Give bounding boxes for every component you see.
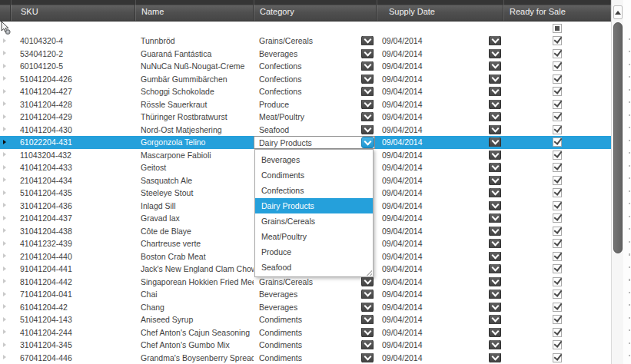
ready-checkbox[interactable] <box>553 100 562 109</box>
date-dropdown-button[interactable] <box>489 49 501 58</box>
row-expander-icon[interactable] <box>3 241 6 246</box>
category-dropdown-button[interactable] <box>361 87 374 96</box>
table-row[interactable]: 41041204-244 Chef Anton's Cajun Seasonin… <box>0 326 611 339</box>
ready-checkbox[interactable] <box>553 227 562 236</box>
date-dropdown-button[interactable] <box>489 290 501 299</box>
category-dropdown-button[interactable] <box>361 74 374 84</box>
dropdown-option[interactable]: Beverages <box>255 152 373 167</box>
row-expander-icon[interactable] <box>3 76 6 81</box>
dropdown-option[interactable]: Seafood <box>255 260 373 275</box>
row-expander-icon[interactable] <box>3 266 6 271</box>
ready-checkbox[interactable] <box>553 315 562 324</box>
date-dropdown-button[interactable] <box>489 87 501 96</box>
category-dropdown-button[interactable] <box>361 49 374 58</box>
row-expander-icon[interactable] <box>3 152 6 157</box>
dropdown-option[interactable]: Meat/Poultry <box>255 229 373 244</box>
dropdown-option[interactable]: Condiments <box>255 167 373 183</box>
row-expander-icon[interactable] <box>3 89 6 94</box>
category-dropdown-button[interactable] <box>361 125 374 134</box>
row-expander-icon[interactable] <box>3 101 6 106</box>
filter-ready-checkbox[interactable] <box>553 24 562 33</box>
row-expander-icon[interactable] <box>3 228 6 233</box>
date-dropdown-button[interactable] <box>489 151 501 160</box>
category-dropdown-button[interactable] <box>361 303 374 312</box>
ready-checkbox[interactable] <box>553 137 562 147</box>
date-dropdown-button[interactable] <box>489 252 501 261</box>
ready-checkbox[interactable] <box>553 151 562 160</box>
table-row[interactable]: 51041204-426 Gumbär Gummibärchen Confect… <box>0 73 611 86</box>
date-dropdown-button[interactable] <box>489 188 501 197</box>
ready-checkbox[interactable] <box>553 201 562 210</box>
row-expander-icon[interactable] <box>3 253 6 258</box>
table-row[interactable]: 41041204-427 Schoggi Schokolade Confecti… <box>0 85 611 98</box>
column-header-category[interactable]: Category <box>254 0 377 21</box>
row-expander-icon[interactable] <box>3 203 6 207</box>
row-expander-icon[interactable] <box>3 304 6 309</box>
column-header-name[interactable]: Name <box>135 0 254 21</box>
table-row[interactable]: 61041204-42 Chang Beverages 09/04/2014 <box>0 301 611 314</box>
table-row[interactable]: 21041204-429 Thüringer Rostbratwurst Mea… <box>0 111 611 124</box>
category-dropdown-button[interactable] <box>361 36 374 45</box>
ready-checkbox[interactable] <box>553 303 562 312</box>
popup-resize-grip[interactable] <box>366 270 372 276</box>
column-header-sku[interactable]: SKU <box>11 0 135 21</box>
table-row[interactable]: 40104320-4 Tunnbröd Grains/Cereals 09/04… <box>0 35 611 48</box>
scrollbar-thumb[interactable] <box>613 22 623 253</box>
date-dropdown-button[interactable] <box>489 264 501 273</box>
table-row[interactable]: 31041204-345 Chef Anton's Gumbo Mix Cond… <box>0 339 611 352</box>
ready-checkbox[interactable] <box>553 74 562 84</box>
row-expander-icon[interactable] <box>3 292 6 296</box>
date-dropdown-button[interactable] <box>489 315 501 324</box>
table-row[interactable]: 41041204-430 Nord-Ost Matjeshering Seafo… <box>0 124 611 137</box>
date-dropdown-button[interactable] <box>489 125 501 134</box>
ready-checkbox[interactable] <box>553 163 562 172</box>
date-dropdown-button[interactable] <box>489 74 501 84</box>
table-row[interactable]: 60104120-5 NuNuCa Nuß-Nougat-Creme Confe… <box>0 60 611 73</box>
date-dropdown-button[interactable] <box>489 201 501 210</box>
table-row[interactable]: 51041204-143 Aniseed Syrup Condiments 09… <box>0 313 611 326</box>
combobox-dropdown-button[interactable] <box>361 137 374 148</box>
date-dropdown-button[interactable] <box>489 61 501 71</box>
ready-checkbox[interactable] <box>553 239 562 248</box>
ready-checkbox[interactable] <box>553 61 562 71</box>
ready-checkbox[interactable] <box>553 277 562 286</box>
row-expander-icon[interactable] <box>3 140 6 144</box>
ready-checkbox[interactable] <box>553 252 562 261</box>
table-row[interactable]: 81041204-442 Singaporean Hokkien Fried M… <box>0 276 611 289</box>
column-header-supply-date[interactable]: Supply Date <box>377 0 503 21</box>
category-dropdown-button[interactable] <box>361 340 374 349</box>
date-dropdown-button[interactable] <box>489 227 501 236</box>
date-dropdown-button[interactable] <box>489 340 501 349</box>
date-dropdown-button[interactable] <box>489 328 501 337</box>
row-expander-icon[interactable] <box>3 216 6 220</box>
row-expander-icon[interactable] <box>3 64 6 68</box>
ready-checkbox[interactable] <box>553 49 562 58</box>
ready-checkbox[interactable] <box>553 87 562 96</box>
date-dropdown-button[interactable] <box>489 112 501 121</box>
row-expander-icon[interactable] <box>3 177 6 182</box>
date-dropdown-button[interactable] <box>489 176 501 185</box>
ready-checkbox[interactable] <box>553 125 562 134</box>
dropdown-option[interactable]: Produce <box>255 244 373 260</box>
row-expander-icon[interactable] <box>3 38 6 43</box>
ready-checkbox[interactable] <box>553 340 562 349</box>
category-combobox-editor[interactable]: Dairy Products <box>254 136 375 149</box>
row-expander-icon[interactable] <box>3 317 6 322</box>
date-dropdown-button[interactable] <box>489 239 501 248</box>
table-row[interactable]: 31041204-428 Rössle Sauerkraut Produce 0… <box>0 98 611 111</box>
row-expander-icon[interactable] <box>3 342 6 347</box>
date-dropdown-button[interactable] <box>489 36 501 45</box>
scrollbar-up-button[interactable] <box>613 5 623 19</box>
ready-checkbox[interactable] <box>553 176 562 185</box>
date-dropdown-button[interactable] <box>489 277 501 286</box>
ready-checkbox[interactable] <box>553 328 562 337</box>
ready-checkbox[interactable] <box>553 353 562 362</box>
ready-checkbox[interactable] <box>553 188 562 197</box>
date-dropdown-button[interactable] <box>489 353 501 362</box>
row-expander-icon[interactable] <box>3 190 6 195</box>
dropdown-option[interactable]: Grains/Cereals <box>255 213 373 229</box>
row-expander-icon[interactable] <box>3 329 6 334</box>
category-dropdown-button[interactable] <box>361 112 374 121</box>
date-dropdown-button[interactable] <box>489 137 501 147</box>
row-expander-icon[interactable] <box>3 355 6 359</box>
